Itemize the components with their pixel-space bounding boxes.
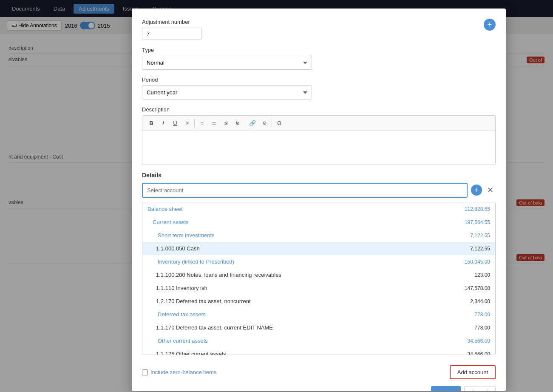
deferred-tax-assets-value: 778.00: [474, 312, 490, 318]
period-select[interactable]: Current year Prior year: [142, 85, 312, 99]
details-group: Details + ✕ Balance sheet 112,828.55 Cur…: [142, 172, 496, 355]
period-label: Period: [142, 77, 496, 83]
save-button[interactable]: Save: [431, 386, 461, 391]
current-assets-row[interactable]: Current assets 197,564.55: [142, 216, 495, 229]
toolbar-ordered-list[interactable]: ≣: [208, 117, 219, 128]
editor-toolbar: B I U Ix ≡ ≣ ⊴ ⊵ 🔗 ⊘ Ω: [142, 116, 495, 131]
current-assets-value: 197,564.55: [465, 219, 490, 225]
deferred-tax-assets-label: Deferred tax assets: [158, 311, 206, 318]
cancel-button[interactable]: Cancel: [464, 386, 496, 391]
detail-remove-button[interactable]: ✕: [485, 185, 496, 196]
description-group: Description B I U Ix ≡ ≣ ⊴ ⊵ 🔗 ⊘ Ω: [142, 106, 496, 165]
other-current-assets-value: 34,566.00: [468, 338, 490, 344]
deferred-tax-current-label: 1.1.170 Deferred tax asset, current EDIT…: [156, 324, 273, 331]
toolbar-indent-more[interactable]: ⊵: [232, 117, 243, 128]
toolbar-sep-1: [194, 119, 195, 127]
short-term-investments-row[interactable]: Short term investments 7,122.55: [142, 229, 495, 242]
toolbar-indent-less[interactable]: ⊴: [220, 117, 231, 128]
details-row: + ✕: [142, 183, 496, 198]
type-label: Type: [142, 47, 496, 53]
save-cancel-row: Save Cancel: [142, 386, 496, 391]
dropdown-scroll[interactable]: Balance sheet 112,828.55 Current assets …: [142, 202, 495, 355]
other-current-assets-item-label: 1.1.175 Other current assets: [156, 351, 226, 355]
detail-add-button[interactable]: +: [471, 185, 482, 196]
other-current-assets-row[interactable]: Other current assets 34,566.00: [142, 334, 495, 347]
toolbar-bold[interactable]: B: [146, 117, 157, 128]
deferred-tax-current-row[interactable]: 1.1.170 Deferred tax asset, current EDIT…: [142, 321, 495, 334]
notes-loans-label: 1.1.100.200 Notes, loans and financing r…: [156, 272, 281, 278]
inventory-linked-value: 150,045.00: [465, 259, 490, 265]
toolbar-italic[interactable]: I: [158, 117, 169, 128]
notes-loans-row[interactable]: 1.1.100.200 Notes, loans and financing r…: [142, 268, 495, 281]
include-zero-label[interactable]: Include zero-balance items: [142, 369, 216, 375]
editor-body[interactable]: [142, 131, 495, 165]
inventory-linked-label: Inventory (linked to Prescribed): [158, 258, 234, 265]
account-dropdown[interactable]: Balance sheet 112,828.55 Current assets …: [142, 202, 496, 355]
deferred-tax-noncurrent-value: 2,344.00: [470, 298, 490, 304]
deferred-tax-noncurrent-label: 1.2.170 Deferred tax asset, noncurrent: [156, 298, 251, 304]
deferred-tax-current-value: 778.00: [474, 325, 490, 331]
details-label: Details: [142, 172, 496, 179]
other-current-assets-item-row[interactable]: 1.1.175 Other current assets 34,566.00: [142, 347, 495, 355]
period-group: Period Current year Prior year: [142, 77, 496, 99]
balance-sheet-label: Balance sheet: [147, 206, 182, 212]
inventory-linked-row[interactable]: Inventory (linked to Prescribed) 150,045…: [142, 255, 495, 268]
current-assets-label: Current assets: [153, 219, 189, 225]
inventory-ish-row[interactable]: 1.1.110 Inventory ish 147,578.00: [142, 281, 495, 295]
toolbar-link[interactable]: 🔗: [247, 117, 258, 128]
detail-action-buttons: + ✕: [471, 183, 496, 196]
type-group: Type Normal Reclassification Tax: [142, 47, 496, 70]
toolbar-unlink[interactable]: ⊘: [259, 117, 270, 128]
toolbar-clear-format[interactable]: Ix: [181, 117, 193, 128]
cash-row[interactable]: 1.1.000.050 Cash 7,122.55: [142, 242, 495, 255]
inventory-ish-value: 147,578.00: [465, 285, 490, 291]
select-account-input[interactable]: [142, 183, 468, 198]
notes-loans-value: 123.00: [474, 272, 490, 278]
modal-footer: Include zero-balance items Add account: [142, 362, 496, 379]
toolbar-sep-2: [245, 119, 245, 127]
toolbar-special-char[interactable]: Ω: [274, 117, 285, 128]
toolbar-underline[interactable]: U: [170, 117, 181, 128]
include-zero-checkbox[interactable]: [142, 369, 148, 375]
description-label: Description: [142, 106, 496, 113]
short-term-investments-label: Short term investments: [158, 232, 215, 239]
adjustment-modal: Adjustment number + Type Normal Reclassi…: [132, 9, 506, 391]
balance-sheet-row[interactable]: Balance sheet 112,828.55: [142, 202, 495, 216]
cash-label: 1.1.000.050 Cash: [156, 245, 200, 252]
modal-header: Adjustment number +: [142, 19, 496, 40]
other-current-assets-item-value: 34,566.00: [468, 351, 490, 355]
deferred-tax-noncurrent-row[interactable]: 1.2.170 Deferred tax asset, noncurrent 2…: [142, 295, 495, 308]
modal-add-button[interactable]: +: [484, 19, 496, 31]
type-select[interactable]: Normal Reclassification Tax: [142, 56, 312, 70]
inventory-ish-label: 1.1.110 Inventory ish: [156, 285, 207, 291]
balance-sheet-value: 112,828.55: [465, 206, 490, 212]
toolbar-unordered-list[interactable]: ≡: [196, 117, 207, 128]
adjustment-number-input[interactable]: [142, 28, 201, 40]
other-current-assets-label: Other current assets: [158, 338, 208, 344]
add-account-button[interactable]: Add account: [450, 365, 496, 379]
toolbar-sep-3: [272, 119, 272, 127]
short-term-investments-value: 7,122.55: [470, 233, 490, 239]
deferred-tax-assets-row[interactable]: Deferred tax assets 778.00: [142, 308, 495, 321]
description-editor[interactable]: B I U Ix ≡ ≣ ⊴ ⊵ 🔗 ⊘ Ω: [142, 115, 496, 165]
modal-title: Adjustment number: [142, 19, 201, 40]
cash-value: 7,122.55: [470, 246, 490, 252]
